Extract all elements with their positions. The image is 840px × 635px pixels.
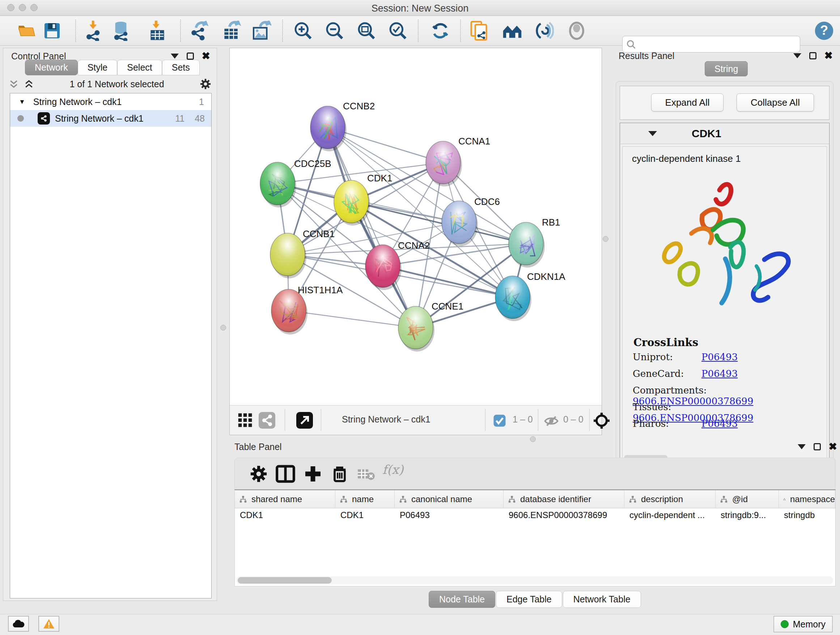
selected-checkbox-icon[interactable]	[493, 414, 506, 427]
table-cell[interactable]: P06493	[400, 510, 501, 520]
table-cell[interactable]: cyclin-dependent ...	[630, 510, 714, 520]
crosslink-link[interactable]: P06493	[701, 418, 737, 429]
cloud-button[interactable]	[8, 616, 29, 632]
memory-button[interactable]: Memory	[774, 616, 833, 632]
network-node-CCNA1[interactable]: CCNA1	[426, 136, 490, 187]
add-column-icon[interactable]	[303, 464, 323, 484]
open-session-icon[interactable]	[17, 21, 37, 41]
chevron-double-down-icon[interactable]	[8, 79, 19, 89]
table-panel-float-icon[interactable]	[813, 443, 821, 450]
network-edge[interactable]	[328, 127, 416, 328]
refresh-icon[interactable]	[430, 21, 450, 41]
table-gear-icon[interactable]	[248, 464, 269, 484]
import-table-file-icon[interactable]	[147, 21, 167, 41]
tab-select[interactable]: Select	[117, 60, 162, 75]
control-panel-menu-icon[interactable]	[171, 54, 179, 59]
help-icon[interactable]: ?	[814, 21, 834, 41]
export-image-icon[interactable]	[251, 21, 271, 41]
network-canvas[interactable]: CCNB2CCNA1CDC25BCDK1CDC6RB1CCNB1CCNA2CDK…	[229, 48, 602, 435]
tab-string[interactable]: String	[705, 61, 748, 76]
results-panel-menu-icon[interactable]	[793, 53, 801, 58]
columns-icon[interactable]	[275, 464, 295, 484]
collection-expand-icon[interactable]: ▼	[19, 98, 25, 106]
birdseye-crosshair-icon[interactable]	[593, 412, 610, 429]
network-graph[interactable]: CCNB2CCNA1CDC25BCDK1CDC6RB1CCNB1CCNA2CDK…	[230, 48, 602, 405]
column-header-database-identifier[interactable]: database identifier	[504, 490, 624, 508]
left-splitter-handle[interactable]	[220, 325, 226, 331]
table-cell[interactable]: 9606.ENSP00000378699	[508, 510, 622, 520]
open-in-new-icon[interactable]	[296, 412, 313, 429]
export-network-icon[interactable]	[190, 21, 210, 41]
gene-collapse-icon[interactable]	[648, 131, 657, 136]
column-header-shared-name[interactable]: shared name	[235, 490, 335, 508]
network-edge[interactable]	[289, 310, 416, 328]
tab-network-table[interactable]: Network Table	[563, 591, 641, 608]
tab-node-table[interactable]: Node Table	[429, 591, 495, 608]
column-header-name[interactable]: name	[335, 490, 395, 508]
column-header-description[interactable]: description	[624, 490, 715, 508]
import-network-file-icon[interactable]	[84, 21, 104, 41]
grid-icon[interactable]	[238, 413, 253, 428]
network-overview-icon[interactable]	[502, 21, 523, 41]
node-table[interactable]: shared namenamecanonical namedatabase id…	[234, 489, 836, 586]
warnings-button[interactable]	[38, 616, 59, 632]
export-table-icon[interactable]	[221, 21, 242, 41]
node-label-CCNA1: CCNA1	[458, 136, 490, 147]
network-edge-count: 48	[195, 113, 205, 124]
network-node-CCNB1[interactable]: CCNB1	[270, 228, 335, 279]
column-header-canonical-name[interactable]: canonical name	[395, 490, 504, 508]
chevron-double-up-icon[interactable]	[24, 79, 34, 89]
table-cell[interactable]: stringdb	[784, 510, 833, 520]
table-cell[interactable]: CDK1	[340, 510, 393, 520]
control-panel-close-icon[interactable]: ✖	[202, 52, 210, 60]
formula-builder-icon[interactable]: f(x)	[382, 462, 403, 477]
results-panel-close-icon[interactable]: ✖	[824, 52, 833, 59]
network-node-HIST1H1A[interactable]: HIST1H1A	[271, 285, 343, 334]
column-header-@id[interactable]: @id	[715, 490, 779, 508]
network-node-RB1[interactable]: RB1	[508, 217, 561, 268]
hide-graphics-icon[interactable]	[534, 21, 554, 41]
column-header-namespace[interactable]: namespace	[779, 490, 835, 508]
results-panel-float-icon[interactable]	[809, 52, 816, 59]
network-node-CDK1[interactable]: CDK1	[334, 173, 392, 226]
tab-style[interactable]: Style	[78, 60, 118, 75]
collapse-all-button[interactable]: Collapse All	[737, 93, 814, 111]
crosslink-link[interactable]: P06493	[701, 352, 737, 363]
table-hscroll-thumb[interactable]	[238, 577, 332, 584]
gene-section-header[interactable]: CDK1	[620, 123, 829, 144]
save-session-icon[interactable]	[42, 21, 62, 41]
right-splitter-handle[interactable]	[603, 236, 608, 242]
zoom-in-icon[interactable]	[293, 21, 313, 41]
tab-sets[interactable]: Sets	[162, 60, 200, 75]
network-node-CCNE1[interactable]: CCNE1	[398, 301, 463, 352]
crosslink-row: Pharos:P06493	[633, 418, 821, 429]
delete-column-icon[interactable]	[330, 464, 350, 484]
delete-table-icon[interactable]	[357, 464, 375, 484]
table-cell[interactable]: stringdb:9...	[721, 510, 777, 520]
expand-all-button[interactable]: Expand All	[651, 93, 723, 111]
show-graphics-icon[interactable]	[567, 21, 587, 41]
zoom-out-icon[interactable]	[325, 21, 345, 41]
network-node-CDC25B[interactable]: CDC25B	[260, 158, 332, 207]
hidden-eye-icon[interactable]	[544, 413, 559, 429]
share-view-icon[interactable]	[259, 412, 275, 429]
zoom-selected-icon[interactable]	[388, 21, 408, 41]
table-cell[interactable]: CDK1	[240, 510, 333, 520]
tab-network[interactable]: Network	[25, 60, 78, 75]
network-edge[interactable]	[383, 266, 513, 297]
zoom-fit-icon[interactable]	[356, 21, 377, 41]
table-panel-menu-icon[interactable]	[798, 444, 806, 449]
network-node-CCNA2[interactable]: CCNA2	[365, 240, 430, 290]
control-panel-float-icon[interactable]	[187, 52, 194, 60]
crosslink-link[interactable]: P06493	[701, 368, 737, 379]
network-row-selected[interactable]: String Network – cdk1 11 48	[10, 110, 211, 127]
table-panel-close-icon[interactable]: ✖	[829, 443, 837, 450]
network-node-CDKN1A[interactable]: CDKN1A	[495, 271, 565, 321]
network-node-CCNB2[interactable]: CCNB2	[310, 101, 375, 151]
network-node-CDC6[interactable]: CDC6	[442, 196, 500, 246]
tab-edge-table[interactable]: Edge Table	[496, 591, 562, 608]
import-network-database-icon[interactable]	[111, 21, 131, 41]
network-collection-row[interactable]: ▼ String Network – cdk1 1	[10, 93, 211, 110]
clone-network-icon[interactable]	[469, 21, 489, 41]
gear-icon[interactable]	[199, 78, 212, 90]
